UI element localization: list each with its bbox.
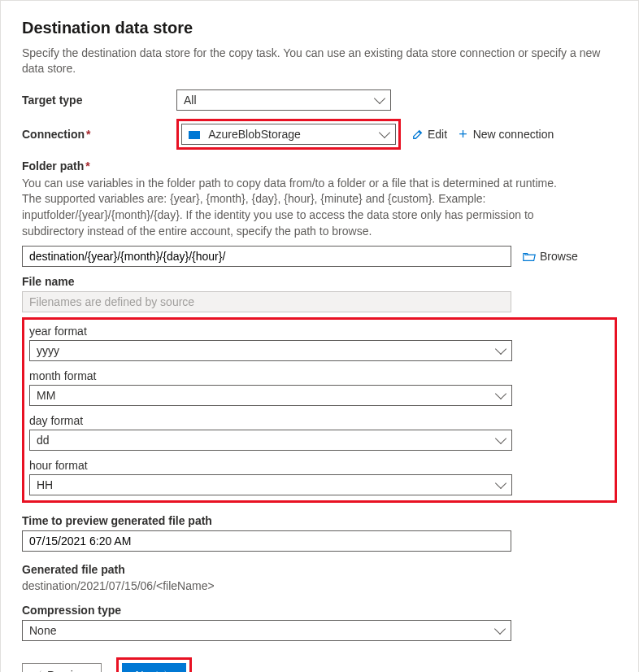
- connection-select[interactable]: AzureBlobStorage: [181, 124, 396, 145]
- year-format-label: year format: [29, 325, 610, 338]
- chevron-down-icon: [495, 388, 506, 399]
- chevron-right-icon: 〉: [163, 669, 173, 672]
- generated-path-value: destination/2021/07/15/06/<fileName>: [22, 579, 617, 592]
- compression-value: None: [29, 624, 56, 637]
- target-type-row: Target type All: [22, 89, 617, 111]
- compression-select[interactable]: None: [22, 620, 511, 641]
- chevron-down-icon: [495, 478, 506, 489]
- hour-format-select[interactable]: HH: [29, 474, 512, 495]
- pencil-icon: [412, 129, 424, 140]
- browse-link[interactable]: Browse: [523, 250, 578, 263]
- page-subtitle: Specify the destination data store for t…: [22, 46, 617, 76]
- hour-format-label: hour format: [29, 459, 610, 472]
- year-format-select[interactable]: yyyy: [29, 340, 512, 361]
- folder-icon: [523, 251, 536, 262]
- page-title: Destination data store: [22, 19, 617, 37]
- day-format-label: day format: [29, 414, 610, 427]
- year-format-value: yyyy: [37, 344, 59, 357]
- chevron-down-icon: [374, 93, 385, 104]
- highlight-connection: AzureBlobStorage: [176, 119, 401, 150]
- format-group: year format yyyy month format MM day for…: [29, 325, 610, 495]
- highlight-next-button: Next 〉: [116, 657, 192, 672]
- target-type-label: Target type: [22, 94, 176, 107]
- wizard-footer: 〈 Previous Next 〉: [22, 657, 617, 672]
- previous-button[interactable]: 〈 Previous: [22, 663, 102, 672]
- connection-label: Connection*: [22, 128, 176, 141]
- next-button[interactable]: Next 〉: [122, 663, 186, 672]
- target-type-select[interactable]: All: [176, 89, 391, 111]
- plus-icon: +: [459, 129, 467, 140]
- compression-label: Compression type: [22, 604, 617, 617]
- month-format-label: month format: [29, 369, 610, 382]
- month-format-select[interactable]: MM: [29, 385, 512, 406]
- target-type-value: All: [184, 94, 197, 107]
- connection-value: AzureBlobStorage: [208, 128, 301, 141]
- chevron-down-icon: [379, 127, 390, 138]
- folder-path-help: You can use variables in the folder path…: [22, 176, 575, 239]
- day-format-select[interactable]: dd: [29, 430, 512, 451]
- folder-path-label: Folder path*: [22, 159, 617, 172]
- preview-time-label: Time to preview generated file path: [22, 514, 617, 527]
- month-format-value: MM: [37, 389, 55, 402]
- destination-data-store-form: Destination data store Specify the desti…: [0, 0, 639, 672]
- folder-path-input[interactable]: [22, 246, 511, 267]
- day-format-value: dd: [37, 434, 50, 447]
- hour-format-value: HH: [37, 478, 53, 491]
- edit-connection-link[interactable]: Edit: [412, 128, 447, 141]
- preview-time-input[interactable]: [22, 530, 511, 552]
- chevron-down-icon: [495, 343, 506, 355]
- folder-path-row: Browse: [22, 246, 617, 267]
- chevron-down-icon: [494, 623, 506, 635]
- storage-icon: [189, 131, 200, 139]
- chevron-down-icon: [495, 433, 506, 444]
- chevron-left-icon: 〈: [33, 669, 42, 672]
- file-name-input: [22, 291, 511, 312]
- connection-row: Connection* AzureBlobStorage Edit + New …: [22, 119, 617, 150]
- generated-path-label: Generated file path: [22, 563, 617, 576]
- new-connection-link[interactable]: + New connection: [459, 128, 554, 141]
- file-name-label: File name: [22, 275, 617, 288]
- required-asterisk: *: [86, 128, 90, 141]
- highlight-format-block: year format yyyy month format MM day for…: [22, 317, 617, 503]
- required-asterisk: *: [85, 159, 89, 172]
